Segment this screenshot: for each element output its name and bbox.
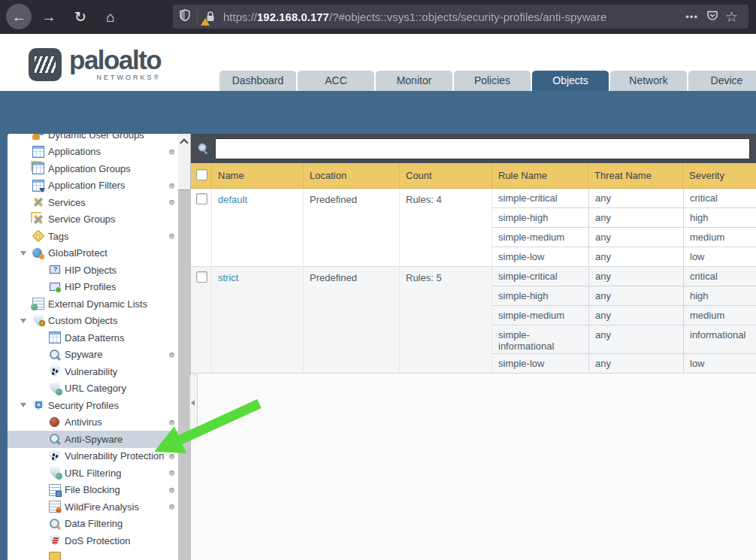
- row-checkbox[interactable]: [196, 271, 207, 283]
- reload-icon: ↻: [74, 10, 86, 24]
- sidebar-item-vulnerability[interactable]: Vulnerability: [8, 363, 178, 380]
- expander-icon[interactable]: [20, 251, 26, 256]
- sidebar-item-service-groups[interactable]: Service Groups: [8, 211, 178, 229]
- sidebar-item-cut-off[interactable]: [8, 549, 178, 560]
- table-filter-icon: [32, 180, 44, 192]
- back-button[interactable]: ←: [6, 4, 32, 29]
- rule-row: simple-high any high: [492, 286, 756, 306]
- expander-icon[interactable]: [20, 403, 26, 407]
- tab-monitor[interactable]: Monitor: [376, 71, 452, 91]
- page-actions-icon[interactable]: •••: [685, 11, 698, 23]
- status-dot: [169, 420, 174, 425]
- sidebar-item-tags[interactable]: Tags: [8, 228, 178, 245]
- tab-network[interactable]: Network: [610, 71, 687, 91]
- status-dot: [169, 353, 174, 358]
- forward-icon: →: [42, 10, 56, 24]
- column-header-count[interactable]: Count: [400, 163, 492, 187]
- sidebar-item-external-dynamic-lists[interactable]: External Dynamic Lists: [8, 295, 178, 313]
- doc-table-icon: [49, 331, 61, 344]
- tab-policies[interactable]: Policies: [454, 71, 531, 91]
- profile-name-link[interactable]: strict: [218, 272, 238, 283]
- forward-button[interactable]: →: [36, 4, 62, 29]
- status-dot: [169, 488, 174, 493]
- status-dot: [169, 437, 174, 442]
- sidebar-item-wildfire-analysis[interactable]: WildFire Analysis: [8, 498, 178, 516]
- objects-sidebar: Dynamic User Groups Applications Applica…: [8, 134, 178, 560]
- sidebar-item-hip-objects[interactable]: HIP Objects: [8, 262, 178, 279]
- location-cell: Predefined: [304, 267, 400, 373]
- list-globe-icon: [32, 298, 44, 310]
- column-header-rule-name[interactable]: Rule Name: [492, 163, 588, 187]
- home-button[interactable]: ⌂: [98, 4, 123, 29]
- rule-row: simple-low any low: [492, 247, 756, 266]
- column-header-location[interactable]: Location: [304, 163, 400, 187]
- shield-dos-icon: [49, 534, 61, 546]
- sidebar-item-security-profiles[interactable]: Security Profiles: [8, 397, 178, 414]
- search-icon: [198, 143, 210, 155]
- filter-toolbar: [191, 134, 756, 163]
- reload-button[interactable]: ↻: [68, 4, 93, 29]
- app-header: paloalto NETWORKS® Dashboard ACC Monitor…: [0, 34, 756, 91]
- globe-icon: [32, 247, 44, 259]
- doc-flame-icon: [49, 501, 61, 513]
- count-cell: Rules: 4: [400, 189, 492, 266]
- search-input[interactable]: [215, 138, 750, 159]
- lock-warning-icon[interactable]: [204, 10, 217, 23]
- shield-paws-icon: [49, 365, 61, 377]
- pocket-icon[interactable]: [706, 8, 719, 25]
- sidebar-item-application-groups[interactable]: Application Groups: [8, 160, 178, 177]
- expander-icon[interactable]: [20, 319, 26, 323]
- url-bar[interactable]: https://192.168.0.177/?#objects::vsys1::…: [173, 5, 748, 29]
- table-icon: [32, 146, 44, 158]
- sidebar-item-spyware[interactable]: Spyware: [8, 347, 178, 364]
- sidebar-item-custom-objects[interactable]: Custom Objects: [8, 313, 178, 330]
- host-check-icon: [49, 281, 61, 293]
- tab-device[interactable]: Device: [688, 71, 756, 91]
- tab-objects[interactable]: Objects: [532, 71, 609, 91]
- shield-paws-icon: [49, 450, 61, 462]
- sidebar-item-url-filtering[interactable]: URL Filtering: [8, 465, 178, 482]
- rule-row: simple-critical any critical: [492, 267, 756, 286]
- sidebar-item-application-filters[interactable]: Application Filters: [8, 177, 178, 195]
- sidebar-item-file-blocking[interactable]: File Blocking: [8, 482, 178, 499]
- rule-row: simple-low any low: [492, 354, 756, 373]
- browser-toolbar: ← → ↻ ⌂ https://192.168.0.177/?#objects:…: [0, 0, 756, 34]
- sidebar-item-url-category[interactable]: URL Category: [8, 380, 178, 398]
- select-all-checkbox[interactable]: [196, 169, 207, 180]
- sidebar-item-services[interactable]: Services: [8, 194, 178, 211]
- sidebar-item-hip-profiles[interactable]: HIP Profiles: [8, 279, 178, 296]
- main-nav-tabs: Dashboard ACC Monitor Policies Objects N…: [219, 71, 756, 91]
- row-checkbox[interactable]: [196, 193, 207, 204]
- column-header-name[interactable]: Name: [212, 163, 304, 187]
- profile-name-link[interactable]: default: [218, 194, 247, 205]
- bookmark-star-icon[interactable]: ☆: [725, 8, 738, 26]
- status-dot: [169, 183, 174, 189]
- status-dot: [169, 150, 174, 155]
- rule-row: simple-high any high: [492, 208, 756, 228]
- sidebar-item-anti-spyware[interactable]: Anti-Spyware: [8, 431, 178, 448]
- sidebar-collapse-handle[interactable]: [189, 373, 198, 436]
- sidebar-item-globalprotect[interactable]: GlobalProtect: [8, 245, 178, 262]
- rules-subtable: simple-critical any critical simple-high…: [492, 189, 756, 266]
- sidebar-item-dos-protection[interactable]: DoS Protection: [8, 532, 178, 549]
- status-dot: [169, 234, 174, 239]
- tab-dashboard[interactable]: Dashboard: [219, 71, 296, 91]
- table-header: Name Location Count Rule Name Threat Nam…: [191, 163, 756, 189]
- tools-icon: [32, 196, 44, 208]
- user-groups-icon: [32, 134, 44, 141]
- sidebar-item-data-filtering[interactable]: Data Filtering: [8, 516, 178, 533]
- folder-icon: [49, 552, 61, 560]
- sidebar-item-antivirus[interactable]: Antivirus: [8, 414, 178, 431]
- tab-acc[interactable]: ACC: [298, 71, 374, 91]
- url-text[interactable]: https://192.168.0.177/?#objects::vsys1::…: [223, 11, 678, 23]
- sidebar-item-dynamic-user-groups[interactable]: Dynamic User Groups: [8, 134, 178, 144]
- tracking-protection-shield-icon[interactable]: [179, 9, 191, 25]
- select-all-cell: [191, 163, 212, 187]
- column-header-threat-name[interactable]: Threat Name: [588, 163, 683, 187]
- sidebar-item-data-patterns[interactable]: Data Patterns: [8, 329, 178, 347]
- sidebar-scrollbar[interactable]: [178, 134, 190, 560]
- sidebar-item-vulnerability-protection[interactable]: Vulnerability Protection: [8, 448, 178, 465]
- sidebar-item-applications[interactable]: Applications: [8, 144, 178, 161]
- column-header-severity[interactable]: Severity: [683, 163, 756, 187]
- tag-icon: [32, 230, 44, 242]
